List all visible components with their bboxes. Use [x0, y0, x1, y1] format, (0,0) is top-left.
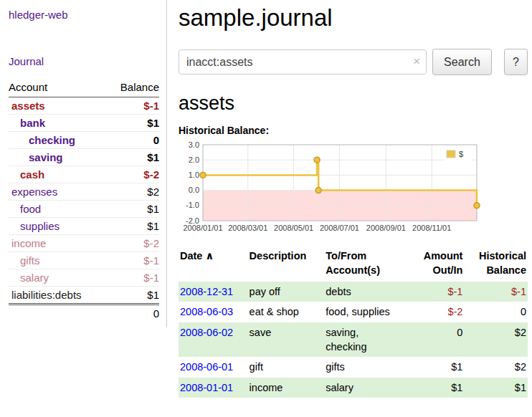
clear-search-icon[interactable]: × [413, 55, 420, 67]
account-name-cell: cash [9, 166, 107, 183]
transaction-description: eat & shop [248, 302, 325, 322]
register-header-date-label: Date [180, 250, 202, 262]
account-link-salary[interactable]: salary [20, 272, 49, 284]
register-row: 2008-06-01giftgifts$1$2 [179, 357, 528, 377]
account-link-gifts[interactable]: gifts [20, 254, 40, 267]
account-name-cell: saving [9, 149, 107, 166]
register-header-description: Description [248, 248, 325, 282]
account-link-liabilities-debts[interactable]: liabilities:debts [11, 289, 82, 301]
transaction-accounts: saving, checking [324, 322, 405, 358]
register-header-balance-line2: Balance [486, 264, 526, 276]
register-row: 2008-01-01incomesalary$1$1 [179, 378, 528, 398]
svg-text:2008/09/01: 2008/09/01 [366, 224, 406, 232]
account-row: cash$-2 [9, 166, 159, 183]
account-link-expenses[interactable]: expenses [11, 186, 57, 198]
account-link-income[interactable]: income [11, 237, 46, 249]
account-link-food[interactable]: food [20, 203, 41, 215]
page-title: sample.journal [179, 4, 528, 32]
transaction-amount: 0 [405, 322, 465, 358]
svg-text:-1.0: -1.0 [186, 201, 199, 209]
chart-title: Historical Balance: [179, 125, 528, 136]
accounts-header-account: Account [9, 79, 107, 97]
account-row: bank$1 [9, 115, 159, 132]
register-header-date: Date∧ [179, 248, 248, 282]
register-header-tofrom: To/From Account(s) [324, 248, 405, 282]
register-header-balance: Historical Balance [464, 248, 528, 282]
main-content: sample.journal × Search ? assets Histori… [167, 0, 532, 398]
account-row: liabilities:debts$1 [9, 287, 159, 305]
svg-text:0.0: 0.0 [189, 186, 199, 194]
account-link-checking[interactable]: checking [29, 134, 75, 146]
transaction-date-link[interactable]: 2008-06-01 [180, 361, 233, 373]
account-link-assets[interactable]: assets [11, 100, 45, 112]
transaction-description: pay off [248, 282, 325, 302]
transaction-description: gift [248, 357, 325, 377]
transaction-accounts: food, supplies [324, 302, 405, 322]
account-balance: $2 [107, 183, 159, 201]
account-row: income$-2 [9, 235, 159, 252]
sidebar-item-journal[interactable]: Journal [9, 55, 159, 67]
transaction-balance: $2 [464, 357, 528, 377]
transaction-date-link[interactable]: 2008-12-31 [180, 286, 233, 297]
transaction-date-cell: 2008-01-01 [179, 378, 248, 398]
help-button[interactable]: ? [504, 49, 528, 75]
transaction-accounts: debts [324, 282, 405, 302]
account-balance: $-1 [107, 269, 159, 287]
transaction-date-link[interactable]: 2008-06-03 [180, 306, 233, 317]
transaction-date-cell: 2008-06-01 [179, 357, 248, 377]
account-name-cell: gifts [9, 252, 107, 269]
svg-text:2008/07/01: 2008/07/01 [320, 224, 359, 232]
register-header-row: Date∧ Description To/From Account(s) Amo… [179, 248, 528, 282]
account-balance: $1 [107, 149, 159, 166]
transaction-balance: $-1 [464, 282, 528, 302]
register-header-balance-line1: Historical [479, 250, 526, 262]
account-name-cell: salary [9, 269, 107, 287]
transaction-accounts: gifts [324, 357, 405, 377]
account-balance: $1 [107, 287, 159, 305]
account-row: expenses$2 [9, 183, 159, 201]
account-balance: 0 [107, 132, 159, 149]
transaction-date-link[interactable]: 2008-06-02 [180, 327, 233, 338]
accounts-header-balance: Balance [107, 79, 159, 97]
transaction-balance: $1 [464, 378, 528, 398]
account-link-bank[interactable]: bank [20, 117, 45, 129]
accounts-total-spacer [9, 305, 107, 322]
transaction-date-cell: 2008-12-31 [179, 282, 248, 302]
account-balance: $1 [107, 218, 159, 235]
search-button[interactable]: Search [432, 49, 492, 75]
accounts-header-row: Account Balance [9, 79, 159, 97]
account-row: checking0 [9, 132, 159, 149]
transaction-date-link[interactable]: 2008-01-01 [180, 382, 233, 393]
account-balance: $-2 [107, 235, 159, 252]
account-row: salary$-1 [9, 269, 159, 287]
accounts-total-value: 0 [107, 305, 159, 322]
account-heading: assets [179, 92, 528, 115]
account-name-cell: bank [9, 115, 107, 132]
transaction-description: income [248, 378, 325, 398]
register-header-amount-line2: Out/In [433, 264, 463, 276]
app-title-link[interactable]: hledger-web [9, 9, 159, 21]
account-link-cash[interactable]: cash [20, 168, 44, 181]
svg-text:2008/05/01: 2008/05/01 [274, 224, 313, 232]
account-balance: $-1 [107, 252, 159, 269]
svg-text:2008/03/01: 2008/03/01 [228, 224, 267, 232]
register-header-tofrom-line2: Account(s) [326, 264, 380, 276]
account-name-cell: checking [9, 132, 107, 149]
transaction-accounts: salary [324, 378, 405, 398]
transaction-amount: $1 [405, 378, 465, 398]
svg-text:2008/01/01: 2008/01/01 [183, 224, 222, 232]
transaction-amount: $1 [405, 357, 465, 377]
account-link-saving[interactable]: saving [29, 151, 63, 163]
account-row: saving$1 [9, 149, 159, 166]
transaction-date-cell: 2008-06-02 [179, 322, 248, 358]
search-input[interactable] [179, 49, 427, 75]
account-link-supplies[interactable]: supplies [20, 220, 60, 232]
account-balance: $-2 [107, 166, 159, 183]
register-header-tofrom-line1: To/From [326, 250, 366, 262]
account-name-cell: supplies [9, 218, 107, 235]
transaction-amount: $-2 [405, 302, 465, 322]
svg-text:2.0: 2.0 [189, 155, 199, 164]
svg-text:3.0: 3.0 [189, 140, 199, 149]
transaction-amount: $-1 [405, 282, 465, 302]
account-balance: $1 [107, 201, 159, 218]
